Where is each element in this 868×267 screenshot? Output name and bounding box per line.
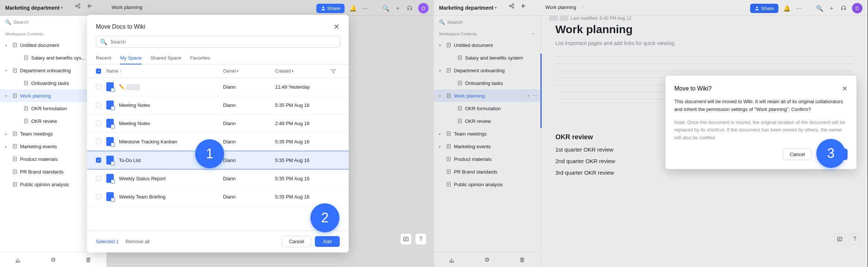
- svg-rect-9: [25, 107, 28, 111]
- help-icon[interactable]: ?: [415, 233, 426, 245]
- search-icon: 🔍: [100, 38, 107, 45]
- doc-icon: [12, 169, 18, 175]
- modal-search[interactable]: 🔍: [96, 36, 340, 48]
- chevron-icon[interactable]: ▾: [5, 69, 10, 73]
- collapse-sidebar-icon[interactable]: [86, 3, 93, 9]
- settings-icon[interactable]: ⚙: [50, 257, 57, 263]
- history-icon[interactable]: [400, 233, 412, 245]
- row-created: 2:49 PM Aug 18: [275, 121, 331, 126]
- doc-icon: [106, 156, 114, 165]
- row-checkbox[interactable]: [96, 194, 101, 199]
- doc-icon: [12, 143, 18, 149]
- row-created: 5:35 PM Aug 16: [275, 139, 331, 144]
- col-owner[interactable]: Owner▾: [223, 69, 275, 74]
- svg-point-3: [322, 6, 324, 8]
- selected-count: Selected 1: [96, 239, 119, 244]
- row-name: Weekly Status Report: [119, 176, 165, 181]
- svg-rect-8: [13, 94, 17, 98]
- doc-icon: [106, 82, 114, 91]
- more-icon[interactable]: ⋯: [362, 5, 368, 12]
- svg-rect-11: [13, 132, 17, 136]
- search-icon[interactable]: 🔍: [383, 5, 389, 12]
- row-owner: Diann: [223, 194, 275, 200]
- add-button[interactable]: Add: [315, 236, 340, 247]
- svg-rect-7: [25, 81, 28, 85]
- row-created: 5:35 PM Aug 16: [275, 158, 331, 163]
- row-checkbox[interactable]: [96, 176, 101, 181]
- tab-my-space[interactable]: My Space: [120, 52, 142, 64]
- step-1-badge: 1: [195, 139, 224, 168]
- tab-recent[interactable]: Recent: [96, 52, 111, 64]
- doc-icon: [12, 93, 18, 99]
- svg-rect-14: [13, 170, 17, 174]
- col-created[interactable]: Created▾: [275, 69, 331, 74]
- row-owner: Diann: [223, 84, 275, 90]
- svg-point-1: [75, 5, 77, 7]
- row-created: 5:35 PM Aug 16: [275, 102, 331, 108]
- row-name: Milestone Tracking Kanban: [119, 139, 177, 144]
- workspace-contents-label: Workspace Contents: [5, 32, 43, 36]
- modal-search-input[interactable]: [110, 39, 336, 45]
- chevron-icon[interactable]: ▸: [5, 132, 10, 136]
- table-row[interactable]: Weekly Status ReportDiann5:35 PM Aug 16: [87, 169, 349, 188]
- row-created: 5:35 PM Aug 16: [275, 194, 331, 200]
- doc-icon: [12, 42, 18, 48]
- doc-icon: [23, 55, 29, 61]
- table-row[interactable]: ✏️ ████Diann11:49 Yesterday: [87, 78, 349, 96]
- trash-icon[interactable]: 🗑: [85, 257, 92, 263]
- doc-icon: [23, 80, 29, 86]
- doc-icon: [12, 181, 18, 187]
- step-3-badge: 3: [816, 139, 845, 168]
- close-icon[interactable]: ✕: [333, 22, 340, 31]
- row-checkbox[interactable]: [96, 84, 101, 89]
- share-button[interactable]: Share: [316, 4, 345, 13]
- row-owner: Diann: [223, 139, 275, 144]
- doc-icon: [12, 156, 18, 162]
- table-row[interactable]: Meeting NotesDiann5:35 PM Aug 16: [87, 96, 349, 114]
- doc-icon: [12, 131, 18, 137]
- row-checkbox[interactable]: ✓: [96, 158, 101, 163]
- chevron-icon[interactable]: ▸: [5, 144, 10, 149]
- svg-rect-5: [25, 56, 28, 60]
- row-checkbox[interactable]: [96, 121, 101, 126]
- svg-rect-4: [13, 43, 17, 47]
- bell-icon[interactable]: 🔔: [350, 5, 356, 12]
- stats-icon[interactable]: [14, 257, 21, 263]
- tab-shared-space[interactable]: Shared Space: [151, 52, 181, 64]
- star-icon[interactable]: ☆: [147, 4, 151, 10]
- doc-icon: [12, 67, 18, 73]
- svg-rect-10: [25, 119, 28, 123]
- row-name: Weekly Team Briefing: [119, 194, 165, 200]
- chevron-icon[interactable]: ▾: [5, 43, 10, 47]
- plus-icon[interactable]: ＋: [394, 5, 401, 12]
- doc-title-breadcrumb[interactable]: Work planning: [112, 4, 142, 10]
- chevron-icon[interactable]: ▾: [5, 94, 10, 98]
- svg-point-2: [78, 7, 80, 8]
- tab-favorites[interactable]: Favorites: [190, 52, 210, 64]
- col-name[interactable]: Name ↑: [106, 69, 223, 74]
- cancel-button[interactable]: Cancel: [282, 236, 311, 247]
- row-owner: Diann: [223, 121, 275, 126]
- avatar[interactable]: D: [418, 3, 429, 13]
- share-link-icon[interactable]: [74, 3, 81, 9]
- cancel-button[interactable]: Cancel: [783, 149, 812, 160]
- table-row[interactable]: Meeting NotesDiann2:49 PM Aug 18: [87, 114, 349, 133]
- select-all-checkbox[interactable]: −: [96, 69, 101, 74]
- headset-icon[interactable]: [406, 5, 413, 12]
- row-owner: Diann: [223, 176, 275, 181]
- svg-rect-15: [13, 182, 17, 187]
- table-row[interactable]: Weekly Team BriefingDiann5:35 PM Aug 16: [87, 188, 349, 206]
- search-icon: 🔍: [5, 19, 11, 25]
- svg-rect-13: [13, 157, 17, 161]
- svg-rect-12: [13, 144, 17, 149]
- filter-icon[interactable]: [331, 69, 340, 74]
- modal2-note: Note: Once the document is moved, the or…: [674, 119, 848, 142]
- modal2-title: Move to Wiki?: [674, 85, 711, 92]
- svg-rect-16: [404, 237, 408, 241]
- row-checkbox[interactable]: [96, 102, 101, 108]
- step-2-badge: 2: [310, 203, 339, 232]
- doc-icon: [106, 192, 114, 201]
- close-icon[interactable]: ✕: [842, 85, 848, 93]
- row-checkbox[interactable]: [96, 139, 101, 144]
- remove-all-link[interactable]: Remove all: [125, 239, 149, 244]
